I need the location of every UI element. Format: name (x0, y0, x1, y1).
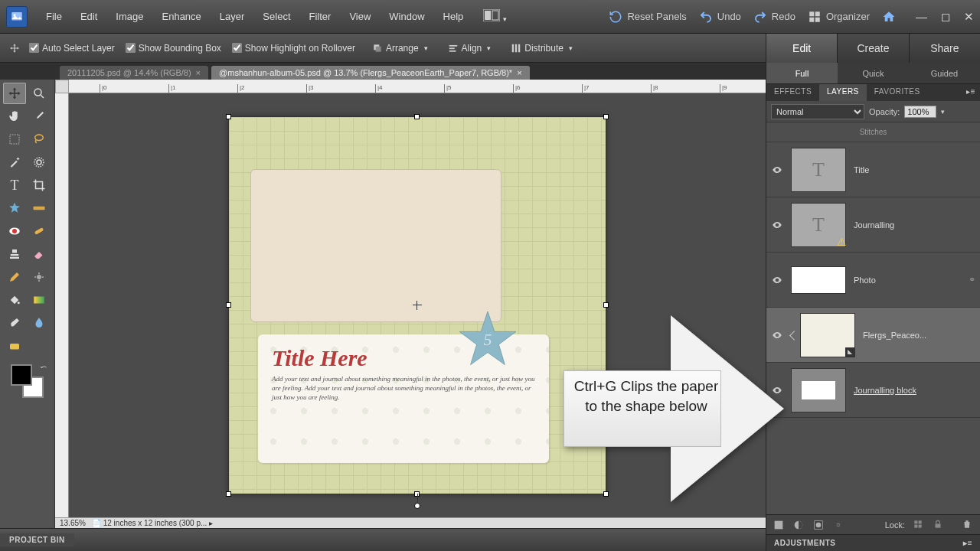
reset-panels-button[interactable]: Reset Panels (603, 7, 692, 27)
blend-mode-select[interactable]: Normal (771, 104, 864, 119)
handle-tr[interactable] (603, 114, 609, 119)
eyedropper-tool[interactable] (28, 106, 51, 127)
new-layer-icon[interactable] (773, 519, 785, 531)
doc-tab-1[interactable]: 20111205.psd @ 14.4% (RGB/8)× (60, 66, 208, 80)
ptab-layers[interactable]: LAYERS (819, 84, 867, 101)
project-bin[interactable]: PROJECT BIN (0, 528, 766, 551)
close-icon[interactable]: × (196, 68, 201, 77)
minimize-button[interactable]: — (916, 10, 927, 24)
panel-menu-icon[interactable]: ▸≡ (962, 84, 980, 101)
home-icon[interactable] (876, 7, 902, 27)
organizer-button[interactable]: Organizer (802, 7, 876, 27)
menu-layer[interactable]: Layer (211, 8, 254, 25)
panel-menu-icon[interactable]: ▸≡ (963, 539, 972, 547)
opacity-value[interactable]: 100% (904, 106, 936, 118)
menu-file[interactable]: File (37, 8, 71, 25)
link-layers-icon[interactable] (832, 519, 844, 531)
layer-flergs-paper[interactable]: ◣ Flergs_Peaceo... (766, 308, 980, 363)
adjustment-layer-icon[interactable] (792, 519, 805, 531)
layer-journalling-block[interactable]: Journalling block (766, 363, 980, 418)
redeye-tool[interactable] (3, 220, 26, 242)
menu-filter[interactable]: Filter (300, 8, 341, 25)
move-tool[interactable] (3, 83, 26, 104)
lock-all-icon[interactable] (933, 519, 945, 531)
doc-info[interactable]: 📄 12 inches x 12 inches (300 p... ▸ (92, 519, 213, 527)
distribute-dropdown[interactable]: Distribute (505, 41, 579, 56)
adjustments-panel-header[interactable]: ADJUSTMENTS ▸≡ (766, 534, 980, 551)
hand-tool[interactable] (3, 106, 26, 127)
cookie-cutter-tool[interactable] (3, 197, 26, 219)
layer-name[interactable]: Flergs_Peaceo... (863, 331, 975, 340)
zoom-level[interactable]: 13.65% (60, 519, 86, 527)
undo-button[interactable]: Undo (693, 7, 747, 27)
sponge-tool[interactable] (3, 335, 26, 357)
handle-mr[interactable] (603, 302, 609, 308)
align-dropdown[interactable]: Align (442, 41, 498, 56)
swap-colors-icon[interactable]: ⤺ (41, 363, 47, 371)
tab-edit[interactable]: Edit (766, 34, 837, 63)
layer-journalling[interactable]: T⚠ Journalling (766, 197, 980, 253)
subtab-full[interactable]: Full (766, 63, 838, 83)
type-tool[interactable]: T (3, 174, 26, 196)
link-icon[interactable]: ⚭ (969, 275, 975, 285)
menu-edit[interactable]: Edit (71, 8, 106, 25)
color-swatches[interactable]: ⤺ (11, 364, 44, 398)
subtab-quick[interactable]: Quick (838, 63, 909, 83)
straighten-tool[interactable] (28, 197, 51, 219)
menu-select[interactable]: Select (253, 8, 299, 25)
crop-tool[interactable] (28, 174, 51, 196)
layer-name[interactable]: Journalling (854, 220, 975, 230)
auto-select-checkbox[interactable]: Auto Select Layer (29, 43, 115, 54)
menu-window[interactable]: Window (380, 8, 433, 25)
eraser-tool[interactable] (28, 243, 51, 265)
close-button[interactable]: ✕ (964, 10, 974, 24)
brush-tool[interactable] (3, 312, 26, 334)
layer-mask-icon[interactable] (812, 519, 825, 531)
layer-title[interactable]: T Title (766, 142, 980, 197)
redo-button[interactable]: Redo (747, 7, 802, 27)
visibility-icon[interactable] (771, 274, 783, 286)
opacity-dropdown-icon[interactable]: ▾ (941, 108, 945, 116)
handle-tl[interactable] (226, 114, 231, 119)
show-bbox-checkbox[interactable]: Show Bounding Box (126, 43, 221, 54)
layer-stitches[interactable]: Stitches (766, 122, 980, 142)
healing-tool[interactable] (28, 220, 51, 242)
smart-brush-tool[interactable] (28, 266, 51, 288)
layer-photo[interactable]: Photo ⚭ (766, 253, 980, 308)
close-icon[interactable]: × (517, 68, 521, 77)
subtab-guided[interactable]: Guided (909, 63, 980, 83)
quick-select-tool[interactable] (28, 152, 51, 173)
marquee-tool[interactable] (3, 129, 26, 150)
ptab-favorites[interactable]: FAVORITES (867, 84, 928, 101)
layer-name[interactable]: Title (854, 165, 975, 174)
tab-create[interactable]: Create (837, 34, 908, 63)
gradient-tool[interactable] (28, 289, 51, 311)
arrange-dropdown[interactable]: Arrange (366, 41, 434, 56)
handle-tc[interactable] (414, 114, 420, 119)
visibility-icon[interactable] (771, 219, 783, 231)
pencil-tool[interactable] (3, 266, 26, 288)
bucket-tool[interactable] (3, 289, 26, 311)
doc-tab-2[interactable]: @mshanhun-album-05.psd @ 13.7% (Flergs_P… (211, 66, 530, 80)
document[interactable]: Title Here Add your text and journal abo… (229, 117, 606, 494)
maximize-button[interactable]: ◻ (941, 10, 950, 24)
menu-help[interactable]: Help (434, 8, 473, 25)
blur-tool[interactable] (28, 312, 51, 334)
menu-enhance[interactable]: Enhance (153, 8, 211, 25)
layer-name[interactable]: Photo (854, 276, 961, 285)
lock-pixels-icon[interactable] (913, 519, 925, 531)
tab-share[interactable]: Share (909, 34, 980, 63)
delete-layer-icon[interactable] (962, 519, 974, 531)
lasso-tool[interactable] (28, 129, 51, 150)
handle-bl[interactable] (226, 491, 231, 497)
magic-wand-tool[interactable] (3, 152, 26, 173)
rotate-handle[interactable] (414, 503, 420, 509)
visibility-icon[interactable] (771, 164, 783, 176)
ptab-effects[interactable]: EFFECTS (766, 84, 819, 101)
layout-switcher-icon[interactable]: ▾ (483, 9, 507, 24)
menu-view[interactable]: View (340, 8, 380, 25)
zoom-tool[interactable] (28, 83, 51, 104)
stamp-tool[interactable] (3, 243, 26, 265)
fg-color[interactable] (11, 364, 32, 386)
transform-box[interactable] (228, 116, 606, 494)
